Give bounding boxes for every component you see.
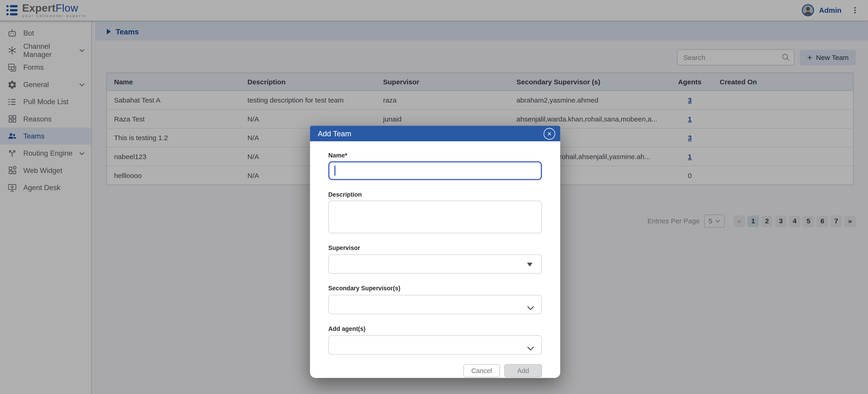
- supervisor-select[interactable]: [328, 254, 542, 274]
- cancel-button[interactable]: Cancel: [463, 364, 500, 377]
- modal-body: Name* Description Supervisor Secondary S…: [310, 152, 560, 355]
- secondary-supervisor-field-label: Secondary Supervisor(s): [328, 285, 542, 291]
- name-field-label: Name*: [328, 152, 542, 158]
- chevron-down-icon: [527, 343, 534, 353]
- caret-down-icon: [527, 263, 532, 266]
- app-window: ExpertFlow your callcenter experts Admin: [0, 0, 868, 394]
- text-cursor: [334, 166, 335, 176]
- supervisor-field-label: Supervisor: [328, 244, 542, 251]
- secondary-supervisor-select[interactable]: [328, 295, 542, 314]
- modal-title: Add Team: [318, 130, 351, 138]
- team-description-textarea[interactable]: [328, 200, 542, 233]
- add-agents-field-label: Add agent(s): [328, 325, 542, 332]
- add-team-modal: Add Team Name* Description Supervisor Se…: [310, 126, 560, 378]
- close-icon[interactable]: [544, 128, 555, 139]
- team-name-input[interactable]: [328, 161, 542, 180]
- chevron-down-icon: [527, 303, 534, 313]
- add-button[interactable]: Add: [504, 364, 542, 377]
- description-field-label: Description: [328, 191, 542, 198]
- modal-footer: Cancel Add: [310, 355, 560, 377]
- modal-header: Add Team: [310, 126, 560, 141]
- add-agents-select[interactable]: [328, 335, 542, 355]
